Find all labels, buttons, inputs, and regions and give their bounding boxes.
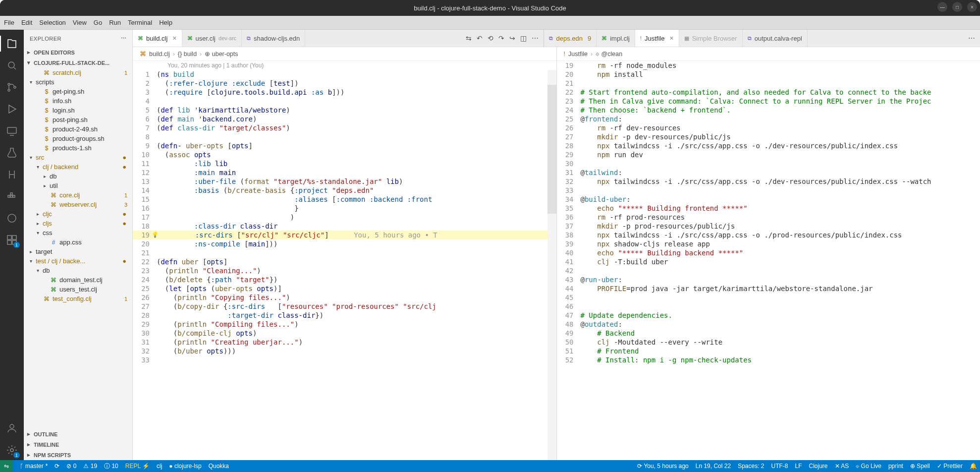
tree-item[interactable]: ⌘users_test.clj: [24, 285, 132, 294]
tree-item[interactable]: $get-ping.sh: [24, 87, 132, 96]
tree-item[interactable]: ▾src●: [24, 153, 132, 162]
code-editor-right[interactable]: 19 rm -rf node_modules20 npm install2122…: [557, 61, 980, 460]
tab[interactable]: ⧉deps.edn9: [544, 30, 597, 47]
tab[interactable]: ⌘user.clj dev-src: [182, 30, 242, 47]
undo-icon[interactable]: ⟲: [488, 34, 493, 42]
tree-item[interactable]: ▸db: [24, 172, 132, 181]
step-back-icon[interactable]: ↷: [498, 34, 504, 42]
tree-item[interactable]: ▾clj / backend●: [24, 162, 132, 172]
calva-icon[interactable]: [0, 208, 24, 228]
tree-item[interactable]: $product-2-49.sh: [24, 124, 132, 134]
source-control-icon[interactable]: [0, 77, 24, 97]
lang-indicator[interactable]: clj: [157, 463, 162, 470]
settings-icon[interactable]: 1: [0, 440, 24, 460]
menu-help[interactable]: Help: [159, 19, 172, 26]
maximize-button[interactable]: □: [952, 2, 962, 12]
tree-item[interactable]: $info.sh: [24, 96, 132, 106]
tree-item[interactable]: ▸cljc●: [24, 209, 132, 219]
spell-status[interactable]: ⊕ Spell: [910, 463, 930, 470]
accounts-icon[interactable]: [0, 418, 24, 438]
docker-icon[interactable]: [0, 186, 24, 206]
tree-item[interactable]: $login.sh: [24, 106, 132, 115]
remote-indicator[interactable]: ⇋: [0, 460, 13, 472]
search-icon[interactable]: [0, 56, 24, 75]
quokka-status[interactable]: Quokka: [209, 463, 229, 470]
problems-errors[interactable]: ⊘ 0: [66, 463, 76, 470]
problems-info[interactable]: ⓘ 10: [104, 462, 118, 471]
git-branch[interactable]: ᚴmaster*: [20, 463, 48, 470]
section-npm[interactable]: ▸NPM SCRIPTS: [24, 450, 132, 460]
pprint-button[interactable]: pprint: [888, 463, 903, 470]
tree-item[interactable]: ▾db: [24, 266, 132, 275]
tree-item[interactable]: ▸util: [24, 181, 132, 190]
tab[interactable]: ⌘impl.clj: [597, 30, 635, 47]
extensions-icon[interactable]: 1: [0, 230, 24, 250]
close-tab-icon[interactable]: ×: [669, 34, 673, 42]
menu-file[interactable]: File: [4, 19, 14, 26]
breadcrumb-segment[interactable]: ⊕ uber-opts: [205, 50, 238, 58]
menu-go[interactable]: Go: [94, 19, 102, 26]
indent-status[interactable]: Spaces: 2: [738, 463, 764, 470]
tree-item[interactable]: $post-ping.sh: [24, 115, 132, 124]
tree-item[interactable]: $product-groups.sh: [24, 134, 132, 143]
tab[interactable]: ▦Simple Browser: [679, 30, 743, 47]
minimize-button[interactable]: —: [937, 2, 947, 12]
language-mode[interactable]: Clojure: [809, 463, 828, 470]
close-tab-icon[interactable]: ×: [172, 34, 176, 42]
breadcrumb-segment[interactable]: {} build: [178, 51, 197, 58]
step-forward-icon[interactable]: ↪: [509, 34, 515, 42]
git-compare-icon[interactable]: ⇆: [466, 34, 472, 42]
problems-warnings[interactable]: ⚠ 19: [83, 463, 97, 470]
notifications-icon[interactable]: 🔔: [970, 463, 977, 470]
tree-item[interactable]: ⌘domain_test.clj: [24, 275, 132, 285]
code-editor-left[interactable]: 1(ns build2 (:refer-clojure :exclude [te…: [133, 70, 556, 460]
tree-item[interactable]: ⌘webserver.clj3: [24, 200, 132, 209]
menu-run[interactable]: Run: [109, 19, 121, 26]
hashicorp-icon[interactable]: [0, 165, 24, 184]
split-editor-icon[interactable]: ◫: [520, 34, 527, 42]
menu-edit[interactable]: Edit: [21, 19, 32, 26]
tab[interactable]: ⌘build.clj×: [133, 30, 182, 47]
sidebar-more-icon[interactable]: ⋯: [121, 35, 127, 42]
sync-button[interactable]: ⟳: [54, 463, 59, 470]
eol-status[interactable]: LF: [795, 463, 802, 470]
revert-icon[interactable]: ↶: [477, 34, 483, 42]
run-debug-icon[interactable]: [0, 99, 24, 119]
tree-item[interactable]: ⌘test_config.clj1: [24, 294, 132, 303]
breadcrumb-right[interactable]: !Justfile›⟐ @clean: [557, 47, 980, 61]
breadcrumb-segment[interactable]: ⟐ @clean: [596, 51, 622, 58]
tab[interactable]: ⧉shadow-cljs.edn: [242, 30, 305, 47]
tree-item[interactable]: ▾css: [24, 228, 132, 237]
section-outline[interactable]: ▸OUTLINE: [24, 429, 132, 439]
as-status[interactable]: ✕ AS: [835, 463, 849, 470]
section-project[interactable]: ▾CLOJURE-FULL-STACK-DE...: [24, 58, 132, 68]
remote-explorer-icon[interactable]: [0, 121, 24, 141]
tab[interactable]: !Justfile×: [635, 30, 679, 47]
menu-terminal[interactable]: Terminal: [128, 19, 152, 26]
lsp-status[interactable]: ● clojure-lsp: [169, 463, 201, 470]
close-window-button[interactable]: ×: [967, 2, 977, 12]
tree-item[interactable]: $products-1.sh: [24, 143, 132, 153]
repl-status[interactable]: REPL ⚡: [125, 463, 150, 470]
go-live-button[interactable]: ⟐ Go Live: [856, 463, 881, 470]
explorer-icon[interactable]: [0, 34, 24, 54]
tree-item[interactable]: ▸target: [24, 247, 132, 256]
tree-item[interactable]: ⌘core.clj1: [24, 190, 132, 200]
tree-item[interactable]: ⌘scratch.clj1: [24, 68, 132, 77]
tree-item[interactable]: ▾scripts: [24, 77, 132, 87]
menu-selection[interactable]: Selection: [39, 19, 65, 26]
more-actions-icon[interactable]: ⋯: [532, 34, 539, 42]
breadcrumb-segment[interactable]: Justfile: [568, 51, 588, 58]
blame-status[interactable]: ⟳ You, 5 hours ago: [637, 463, 688, 470]
tab[interactable]: ⧉output.calva-repl: [743, 30, 808, 47]
section-open-editors[interactable]: ▸OPEN EDITORS: [24, 47, 132, 58]
tree-item[interactable]: #app.css: [24, 237, 132, 247]
tree-item[interactable]: ▸cljs●: [24, 219, 132, 228]
breadcrumb-segment[interactable]: build.clj: [149, 51, 170, 58]
test-icon[interactable]: [0, 143, 24, 163]
section-timeline[interactable]: ▸TIMELINE: [24, 439, 132, 450]
menu-view[interactable]: View: [73, 19, 87, 26]
tree-item[interactable]: ▾test / clj / backe...●: [24, 256, 132, 266]
encoding-status[interactable]: UTF-8: [771, 463, 788, 470]
prettier-status[interactable]: ✓ Prettier: [937, 463, 963, 470]
